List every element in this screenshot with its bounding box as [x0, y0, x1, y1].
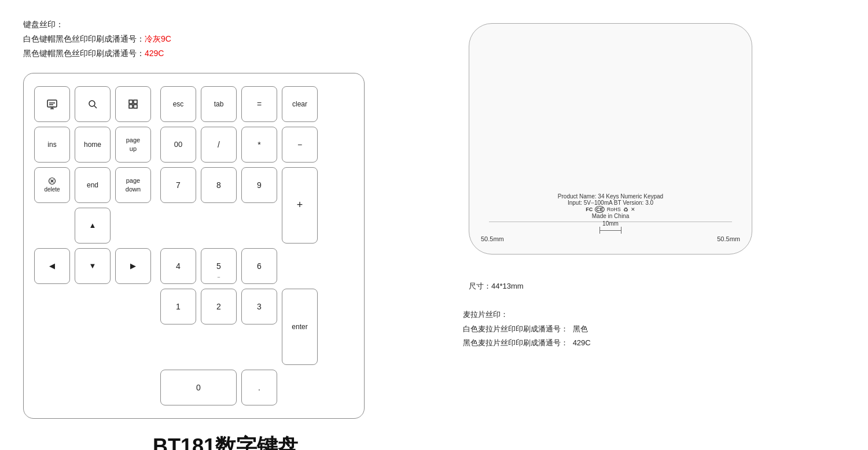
dimension-label: 尺寸：44*13mm: [469, 281, 810, 292]
key-pageup: pageup: [115, 127, 151, 163]
spec-line3-value: 429C: [145, 49, 164, 58]
num-row6: 0 .: [160, 370, 318, 405]
key-dot: .: [241, 370, 277, 405]
input-label: Input: 5V⎓100mA BT Version: 3.0: [558, 200, 663, 206]
left-row5: ◀ ▼ ▶: [34, 248, 151, 284]
key-ins: ins: [34, 127, 70, 163]
spec-text: 键盘丝印： 白色键帽黑色丝印印刷成潘通号：冷灰9C 黑色键帽黑色丝印印刷成潘通号…: [23, 17, 428, 61]
right-panel: Product Name: 34 Keys Numeric Keypad Inp…: [463, 17, 810, 450]
restriction-icon: ✕: [631, 206, 635, 212]
spec-line2-value: 冷灰9C: [145, 34, 171, 43]
num-row4: 4 5 − 6: [160, 248, 318, 284]
left-row2: ins home pageup: [34, 127, 151, 163]
bottom-measure: 10mm: [602, 220, 619, 227]
key-5: 5 −: [201, 248, 237, 284]
key-clear: clear: [282, 86, 318, 122]
svg-rect-10: [129, 105, 133, 108]
key-6: 6: [241, 248, 277, 284]
svg-point-6: [89, 101, 95, 106]
svg-rect-11: [134, 105, 137, 108]
num-row3: 7 8 9 +: [160, 167, 318, 244]
key-4: 4: [160, 248, 196, 284]
left-measure: 50.5mm: [481, 235, 504, 242]
key-end: end: [75, 167, 111, 203]
ce-icon: CE: [595, 206, 605, 213]
key-8: 8: [201, 167, 237, 203]
spec-line3-prefix: 黑色键帽黑色丝印印刷成潘通号：: [23, 49, 145, 58]
compliance-row: FC CE RoHS ♻ ✕: [558, 206, 663, 213]
keyboard-title: BT181数字键盘: [23, 433, 428, 450]
key-screen: [34, 86, 70, 122]
sticker-spec-black: 黑色麦拉片丝印印刷成潘通号： 429C: [463, 336, 810, 351]
num-row1: esc tab = clear: [160, 86, 318, 122]
key-multiply: *: [241, 127, 277, 163]
sticker-container: Product Name: 34 Keys Numeric Keypad Inp…: [463, 17, 764, 272]
key-up: ▲: [75, 208, 111, 244]
key-tab: tab: [201, 86, 237, 122]
right-measure: 50.5mm: [717, 235, 740, 242]
key-plus: +: [282, 167, 318, 244]
sticker-spec: 麦拉片丝印： 白色麦拉片丝印印刷成潘通号： 黑色 黑色麦拉片丝印印刷成潘通号： …: [463, 308, 810, 351]
key-1: 1: [160, 289, 196, 324]
sticker-spec-white: 白色麦拉片丝印印刷成潘通号： 黑色: [463, 322, 810, 337]
made-in-label: Made in China: [558, 213, 663, 219]
key-divide: /: [201, 127, 237, 163]
key-delete: delete: [34, 167, 70, 203]
sticker-spec-title: 麦拉片丝印：: [463, 308, 810, 322]
spec-line2: 白色键帽黑色丝印印刷成潘通号：冷灰9C: [23, 32, 428, 46]
keyboard-diagram: ins home pageup delete end pagedown: [23, 73, 365, 419]
sticker-outer: Product Name: 34 Keys Numeric Keypad Inp…: [469, 23, 752, 254]
key-2: 2: [201, 289, 237, 324]
svg-rect-8: [129, 100, 133, 104]
rohs-icon: RoHS: [607, 206, 621, 212]
svg-rect-9: [134, 100, 137, 104]
key-0: 0: [160, 370, 237, 405]
left-panel: 键盘丝印： 白色键帽黑色丝印印刷成潘通号：冷灰9C 黑色键帽黑色丝印印刷成潘通号…: [23, 17, 428, 450]
key-pagedown: pagedown: [115, 167, 151, 203]
key-home: home: [75, 127, 111, 163]
key-3: 3: [241, 289, 277, 324]
left-cluster: ins home pageup delete end pagedown: [34, 86, 151, 405]
key-search: [75, 86, 111, 122]
numpad-cluster: esc tab = clear 00 / * − 7: [160, 86, 318, 405]
fc-icon: FC: [586, 206, 593, 212]
key-left: ◀: [34, 248, 70, 284]
key-7: 7: [160, 167, 196, 203]
key-right: ▶: [115, 248, 151, 284]
left-row4: ▲: [34, 208, 151, 244]
key-minus: −: [282, 127, 318, 163]
key-down: ▼: [75, 248, 111, 284]
num-row5: 1 2 3 enter: [160, 289, 318, 365]
key-enter: enter: [282, 289, 318, 365]
key-esc: esc: [160, 86, 196, 122]
svg-rect-0: [47, 100, 57, 107]
left-row3: delete end pagedown: [34, 167, 151, 203]
spec-line2-prefix: 白色键帽黑色丝印印刷成潘通号：: [23, 34, 145, 43]
key-9: 9: [241, 167, 277, 203]
recycle-icon: ♻: [623, 206, 628, 213]
svg-line-7: [94, 106, 97, 108]
key-equals: =: [241, 86, 277, 122]
product-name-label: Product Name: 34 Keys Numeric Keypad: [558, 193, 663, 200]
left-row1: [34, 86, 151, 122]
spec-line1: 键盘丝印：: [23, 17, 428, 32]
spec-line3: 黑色键帽黑色丝印印刷成潘通号：429C: [23, 46, 428, 61]
num-row2: 00 / * −: [160, 127, 318, 163]
key-grid: [115, 86, 151, 122]
key-00: 00: [160, 127, 196, 163]
